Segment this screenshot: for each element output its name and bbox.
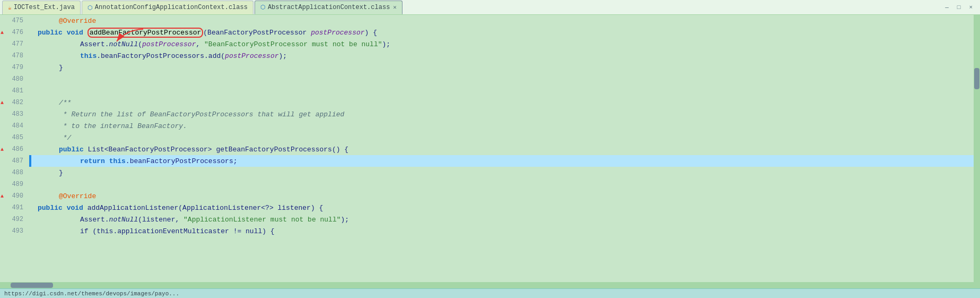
tab-abstract-app[interactable]: ⬡ AbstractApplicationContext.class ✕	[255, 1, 402, 14]
code-line-481	[29, 85, 974, 97]
editor-container: ☕ IOCTest_Ext.java ⬡ AnnotationConfigApp…	[0, 0, 980, 298]
code-line-482: /**	[29, 97, 974, 108]
line-num-493: 493	[4, 227, 27, 235]
horizontal-scrollbar-thumb[interactable]	[11, 283, 53, 288]
window-controls: — □ ×	[942, 3, 978, 12]
line-num-480: 480	[4, 75, 27, 83]
gutter-row-479: 479	[0, 62, 29, 73]
horizontal-scrollbar[interactable]	[0, 282, 980, 288]
code-line-477: Assert.notNull(postProcessor, "BeanFacto…	[29, 38, 974, 50]
kw-public-476: public	[38, 29, 63, 37]
line-num-475: 475	[4, 17, 27, 24]
code-line-490: @Override	[29, 190, 974, 202]
line-num-481: 481	[4, 87, 27, 95]
tab-abstract-label: AbstractApplicationContext.class	[268, 4, 390, 11]
annotation-override-475: @Override	[59, 17, 96, 25]
gutter-row-488: 488	[0, 167, 29, 178]
class-file-icon-2: ⬡	[260, 4, 266, 11]
comment-483: * Return the list of BeanFactoryPostProc…	[59, 110, 344, 118]
line-num-476: 476	[4, 29, 27, 36]
code-line-487: return this.beanFactoryPostProcessors;	[29, 155, 974, 167]
code-line-478: this.beanFactoryPostProcessors.add(postP…	[29, 50, 974, 62]
vertical-scrollbar[interactable]	[974, 15, 980, 282]
line-num-492: 492	[4, 216, 27, 223]
string-477: "BeanFactoryPostProcessor must not be nu…	[204, 40, 382, 48]
line-num-486: 486	[4, 146, 27, 153]
code-editor[interactable]: @Override public void addBeanFactoryPost…	[29, 15, 974, 282]
gutter-row-484: 484	[0, 120, 29, 132]
tab-ioc-label: IOCTest_Ext.java	[14, 4, 75, 11]
method-name-circled: addBeanFactoryPostProcessor	[88, 28, 204, 38]
line-indicator-490: ▲	[0, 193, 4, 199]
code-line-493: if (this.applicationEventMulticaster != …	[29, 225, 974, 237]
gutter-row-485: 485	[0, 132, 29, 143]
gutter-row-481: 481	[0, 85, 29, 97]
code-line-484: * to the internal BeanFactory.	[29, 120, 974, 132]
code-line-475: @Override	[29, 15, 974, 27]
class-file-icon-1: ⬡	[88, 4, 93, 11]
vertical-scrollbar-thumb[interactable]	[974, 68, 979, 89]
line-num-479: 479	[4, 64, 27, 71]
param-postprocessor: postProcessor	[311, 29, 364, 37]
line-num-489: 489	[4, 181, 27, 188]
bottom-url: https://digi.csdn.net/themes/devops/imag…	[4, 291, 179, 297]
gutter-row-493: 493	[0, 225, 29, 237]
method-add-478: add	[208, 52, 221, 60]
gutter-row-478: 478	[0, 50, 29, 62]
comment-482: /**	[59, 99, 71, 107]
param-postprocessor-477: postProcessor	[142, 40, 196, 48]
line-num-484: 484	[4, 122, 27, 130]
gutter-row-475: 475	[0, 15, 29, 27]
minimize-button[interactable]: —	[942, 3, 952, 12]
line-num-482: 482	[4, 99, 27, 106]
line-num-487: 487	[4, 157, 27, 165]
comment-484: * to the internal BeanFactory.	[59, 122, 187, 130]
param-postprocessor-478: postProcessor	[225, 52, 278, 60]
maximize-button[interactable]: □	[954, 3, 964, 12]
tab-annotation-config[interactable]: ⬡ AnnotationConfigApplicationContext.cla…	[82, 1, 253, 14]
gutter-row-486: ▲ 486	[0, 143, 29, 155]
bottom-status-bar: https://digi.csdn.net/themes/devops/imag…	[0, 288, 980, 298]
gutter-row-492: 492	[0, 214, 29, 225]
gutter-row-487: 487	[0, 155, 29, 167]
code-line-492: Assert.notNull(listener, "ApplicationLis…	[29, 214, 974, 225]
close-button[interactable]: ×	[966, 3, 976, 12]
code-line-476: public void addBeanFactoryPostProcessor(…	[29, 27, 974, 38]
code-line-479: }	[29, 62, 974, 73]
gutter-row-482: ▲ 482	[0, 97, 29, 108]
line-indicator-476: ▲	[0, 30, 4, 36]
gutter-row-490: ▲ 490	[0, 190, 29, 202]
line-num-491: 491	[4, 204, 27, 211]
tab-close-button[interactable]: ✕	[393, 4, 397, 11]
gutter-row-491: 491	[0, 202, 29, 214]
gutter-row-477: 477	[0, 38, 29, 50]
method-getbean-486: getBeanFactoryPostProcessors	[216, 146, 331, 154]
line-indicator-482: ▲	[0, 100, 4, 106]
line-numbers-gutter: 475 ▲ 476 477 478 479	[0, 15, 29, 282]
code-line-480	[29, 73, 974, 85]
line-num-478: 478	[4, 52, 27, 59]
code-line-489	[29, 178, 974, 190]
line-indicator-486: ▲	[0, 147, 4, 152]
code-line-483: * Return the list of BeanFactoryPostProc…	[29, 108, 974, 120]
line-num-477: 477	[4, 40, 27, 48]
kw-void-476: void	[67, 29, 83, 37]
gutter-row-476: ▲ 476	[0, 27, 29, 38]
code-line-491: public void addApplicationListener(Appli…	[29, 202, 974, 214]
code-area: 475 ▲ 476 477 478 479	[0, 15, 980, 282]
tab-ioc-test[interactable]: ☕ IOCTest_Ext.java	[2, 1, 81, 14]
method-notnull-477: notNull	[109, 40, 138, 48]
tab-annotation-label: AnnotationConfigApplicationContext.class	[95, 4, 248, 11]
code-line-485: */	[29, 132, 974, 143]
method-notnull-492: notNull	[109, 216, 138, 224]
string-492: "ApplicationListener must not be null"	[183, 216, 340, 224]
gutter-row-483: 483	[0, 108, 29, 120]
gutter-row-489: 489	[0, 178, 29, 190]
tab-bar: ☕ IOCTest_Ext.java ⬡ AnnotationConfigApp…	[0, 0, 980, 15]
code-line-486: public List<BeanFactoryPostProcessor> ge…	[29, 143, 974, 155]
java-file-icon: ☕	[8, 4, 12, 11]
line-num-488: 488	[4, 169, 27, 176]
line-num-490: 490	[4, 192, 27, 200]
line-num-485: 485	[4, 134, 27, 141]
gutter-row-480: 480	[0, 73, 29, 85]
